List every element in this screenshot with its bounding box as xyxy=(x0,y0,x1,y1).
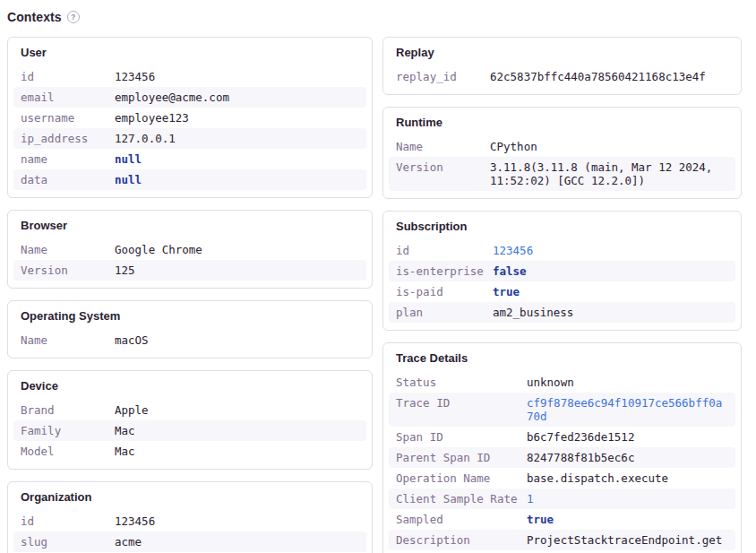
context-value: base.dispatch.execute xyxy=(527,471,728,485)
context-row: ip_address 127.0.0.1 xyxy=(13,128,366,149)
context-key: Status xyxy=(396,376,527,389)
context-key: Parent Span ID xyxy=(396,451,527,464)
context-value: null xyxy=(115,173,359,186)
help-icon[interactable]: ? xyxy=(67,11,80,23)
context-key: id xyxy=(21,70,115,83)
context-card: Operating System Name macOS xyxy=(7,300,373,359)
context-value: 62c5837bffc440a78560421168c13e4f xyxy=(490,70,728,83)
context-row: id 123456 xyxy=(389,240,735,261)
card-title: Browser xyxy=(13,218,366,233)
context-key: replay_id xyxy=(396,70,490,83)
context-card: Trace Details Status unknown Trace ID cf… xyxy=(382,342,742,553)
context-value: 127.0.0.1 xyxy=(115,132,359,145)
context-value: 125 xyxy=(115,264,359,277)
context-value: Mac xyxy=(115,445,359,458)
context-row: Sampled true xyxy=(389,509,735,530)
context-key: Client Sample Rate xyxy=(396,492,527,505)
context-value: 1 xyxy=(527,492,728,505)
context-key: name xyxy=(21,152,115,166)
context-row: is-paid true xyxy=(389,281,735,302)
card-rows: Name macOS xyxy=(13,330,366,350)
card-rows: Name Google Chrome Version 125 xyxy=(13,239,366,281)
context-row: replay_id 62c5837bffc440a78560421168c13e… xyxy=(389,66,735,87)
context-value: true xyxy=(493,285,728,298)
context-value: unknown xyxy=(527,376,728,389)
context-key: id xyxy=(396,244,493,257)
context-row: name null xyxy=(13,149,366,169)
context-value: 123456 xyxy=(115,70,359,83)
context-row: Status unknown xyxy=(389,372,735,393)
context-row: Name macOS xyxy=(13,330,366,350)
card-rows: id 123456 slug acme xyxy=(13,511,366,552)
section-header: Contexts ? xyxy=(7,10,742,24)
context-key: Version xyxy=(396,160,490,174)
context-key: Description xyxy=(396,533,527,547)
context-row: Name Google Chrome xyxy=(13,239,366,260)
context-value: macOS xyxy=(115,333,359,347)
context-card: User id 123456 email employee@acme.com u… xyxy=(7,37,373,198)
context-row: Trace ID cf9f878ee6c94f10917ce566bff0a70… xyxy=(389,393,735,427)
context-key: Operation Name xyxy=(396,471,527,485)
context-row: email employee@acme.com xyxy=(13,87,366,108)
card-title: Trace Details xyxy=(389,350,735,366)
context-row: Model Mac xyxy=(13,441,366,462)
context-key: Family xyxy=(21,424,115,437)
context-row: Name CPython xyxy=(389,136,735,157)
card-title: Subscription xyxy=(389,219,735,234)
card-rows: replay_id 62c5837bffc440a78560421168c13e… xyxy=(389,66,735,87)
context-key: Span ID xyxy=(396,430,527,444)
context-key: is-paid xyxy=(396,285,493,298)
context-value: 123456 xyxy=(493,244,728,257)
context-key: id xyxy=(21,514,115,528)
card-rows: Brand Apple Family Mac Model Mac xyxy=(13,400,366,462)
context-key: Name xyxy=(21,243,115,256)
card-rows: id 123456 email employee@acme.com userna… xyxy=(13,66,366,190)
context-value: am2_business xyxy=(493,306,728,319)
context-value: null xyxy=(115,152,359,166)
context-card: Runtime Name CPython Version 3.11.8(3.11… xyxy=(382,107,742,199)
context-key: Model xyxy=(21,445,115,458)
context-key: is-enterprise xyxy=(396,264,493,278)
context-key: Trace ID xyxy=(396,396,527,410)
left-column: User id 123456 email employee@acme.com u… xyxy=(7,37,373,553)
context-row: Family Mac xyxy=(13,420,366,441)
context-row: slug acme xyxy=(13,531,366,552)
context-value: acme xyxy=(115,535,359,549)
context-row: is-enterprise false xyxy=(389,261,735,281)
context-row: plan am2_business xyxy=(389,302,735,323)
context-card: Replay replay_id 62c5837bffc440a78560421… xyxy=(382,37,742,95)
card-rows: Status unknown Trace ID cf9f878ee6c94f10… xyxy=(389,372,735,550)
context-key: Brand xyxy=(21,403,115,417)
right-column: Replay replay_id 62c5837bffc440a78560421… xyxy=(382,37,742,553)
context-value: 123456 xyxy=(115,514,359,528)
section-title: Contexts xyxy=(7,10,62,24)
context-key: Version xyxy=(21,264,115,277)
card-title: Organization xyxy=(13,489,366,505)
context-key: email xyxy=(21,91,115,104)
context-row: Span ID b6c7fed236de1512 xyxy=(389,427,735,447)
context-value: true xyxy=(527,513,728,526)
context-key: plan xyxy=(396,306,493,319)
trace-id-link[interactable]: cf9f878ee6c94f10917ce566bff0a70d xyxy=(527,396,728,423)
context-card: Subscription id 123456 is-enterprise fal… xyxy=(382,211,742,331)
context-key: Name xyxy=(396,140,490,153)
contexts-section: Contexts ? User id 123456 email employee… xyxy=(0,0,756,553)
card-title: Device xyxy=(13,378,366,393)
context-card: Device Brand Apple Family Mac Model Mac xyxy=(7,370,373,470)
context-row: id 123456 xyxy=(13,66,366,87)
context-key: Sampled xyxy=(396,513,527,526)
context-value: Apple xyxy=(115,403,359,417)
context-key: data xyxy=(21,173,115,186)
card-title: User xyxy=(13,45,366,60)
context-row: Version 125 xyxy=(13,260,366,281)
context-key: slug xyxy=(21,535,115,549)
context-row: Client Sample Rate 1 xyxy=(389,488,735,509)
context-value: false xyxy=(493,264,728,278)
context-value: ProjectStacktraceEndpoint.get xyxy=(527,533,728,547)
card-title: Operating System xyxy=(13,308,366,324)
context-value: 3.11.8(3.11.8 (main, Mar 12 2024, 11:52:… xyxy=(490,160,728,187)
card-rows: Name CPython Version 3.11.8(3.11.8 (main… xyxy=(389,136,735,191)
context-value: CPython xyxy=(490,140,728,153)
context-key: ip_address xyxy=(21,132,115,145)
context-row: data null xyxy=(13,169,366,190)
